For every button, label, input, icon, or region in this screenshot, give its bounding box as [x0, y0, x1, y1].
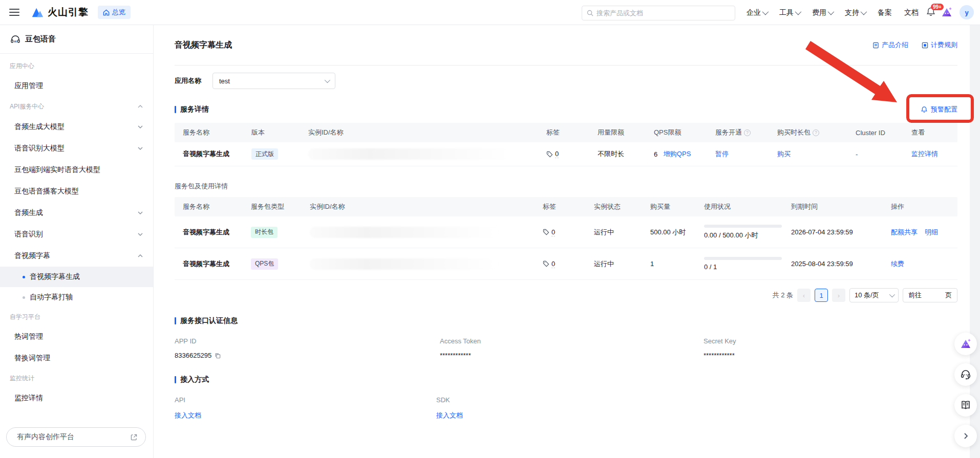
overview-label: 总览 — [112, 8, 125, 17]
nav-tools[interactable]: 工具 — [779, 8, 800, 17]
user-avatar[interactable]: y — [960, 5, 974, 19]
collapse-panel-button[interactable] — [954, 425, 977, 447]
sidebar-section-self-learning: 自学习平台 — [0, 308, 153, 326]
sidebar-item-av-subtitle[interactable]: 音视频字幕 — [0, 245, 153, 267]
overview-button[interactable]: 总览 — [98, 6, 131, 19]
chevron-down-icon — [325, 77, 330, 83]
home-icon — [103, 9, 110, 16]
nav-support[interactable]: 支持 — [845, 8, 865, 17]
monitor-detail-link[interactable]: 监控详情 — [911, 149, 938, 159]
volcengine-mountain-icon — [31, 6, 44, 19]
notification-bell-icon[interactable]: 99+ — [926, 7, 936, 17]
nav-billing[interactable]: 费用 — [812, 8, 833, 17]
detail-link[interactable]: 明细 — [925, 228, 938, 237]
redacted-instance-id — [310, 227, 499, 238]
ai-assistant-float-button[interactable] — [954, 333, 977, 355]
sidebar-item-replace-word[interactable]: 替换词管理 — [0, 347, 153, 369]
sidebar-item-av-subtitle-gen[interactable]: 音视频字幕生成 — [0, 267, 153, 287]
customer-support-button[interactable] — [954, 363, 977, 386]
alert-config-button[interactable]: 预警配置 — [921, 105, 957, 114]
handbook-button[interactable] — [954, 394, 977, 417]
sidebar-item-monitor-detail[interactable]: 监控详情 — [0, 387, 153, 409]
ai-assistant-icon[interactable] — [940, 6, 953, 19]
top-nav: 企业 工具 费用 支持 备案 文档 — [747, 0, 919, 25]
app-id-label: APP ID — [175, 337, 440, 345]
product-intro-link[interactable]: 产品介绍 — [872, 40, 908, 50]
sidebar-product-title[interactable]: AI 豆包语音 — [0, 25, 153, 54]
quota-share-link[interactable]: 配额共享 — [891, 228, 918, 237]
sidebar-item-audio-gen-lm[interactable]: 音频生成大模型 — [0, 116, 153, 138]
buy-link[interactable]: 购买 — [777, 149, 791, 159]
nav-docs[interactable]: 文档 — [904, 8, 919, 17]
table-header-row: 服务名称 版本 实例ID/名称 标签 用量限额 QPS限额 服务开通? 购买时长… — [175, 123, 957, 142]
app-name-select[interactable]: test — [212, 73, 335, 89]
section-bar — [175, 317, 176, 324]
tag-count[interactable]: 0 — [551, 228, 555, 236]
billing-rules-link[interactable]: 计费规则 — [922, 40, 957, 50]
topbar: 火山引擎 总览 企业 工具 费用 支持 备案 文档 99+ y — [0, 0, 980, 25]
pause-link[interactable]: 暂停 — [715, 149, 729, 159]
tag-count[interactable]: 0 — [551, 260, 555, 268]
sidebar-section-api-center[interactable]: API服务中心 — [0, 97, 153, 116]
page-size-select[interactable]: 10 条/页 — [849, 288, 899, 302]
renew-link[interactable]: 续费 — [891, 259, 904, 269]
sidebar-item-asr-lm[interactable]: 语音识别大模型 — [0, 138, 153, 159]
tag-icon — [543, 260, 549, 267]
prev-page-button[interactable]: ‹ — [797, 289, 811, 302]
table-header-row: 服务名称 服务包类型 实例ID/名称 标签 实例状态 购买量 使用状况 到期时间… — [175, 197, 957, 216]
pagination: 共 2 条 ‹ 1 › 10 条/页 前往 页 — [175, 288, 957, 302]
section-bar — [175, 376, 176, 383]
logo-text: 火山引擎 — [48, 6, 89, 19]
nav-icp[interactable]: 备案 — [878, 8, 892, 17]
tag-count[interactable]: 0 — [555, 150, 559, 158]
qps-upgrade-link[interactable]: 增购QPS — [664, 149, 691, 159]
copy-icon[interactable] — [215, 353, 221, 359]
sidebar-item-audio-gen[interactable]: 音频生成 — [0, 202, 153, 224]
billing-icon — [922, 42, 928, 49]
package-type-badge: QPS包 — [251, 258, 278, 270]
hamburger-menu-icon[interactable] — [9, 9, 19, 16]
api-doc-link[interactable]: 接入文档 — [175, 411, 436, 420]
total-count: 共 2 条 — [773, 291, 793, 300]
search-input[interactable] — [596, 9, 730, 17]
sidebar-item-podcast-lm[interactable]: 豆包语音播客大模型 — [0, 181, 153, 202]
sidebar-item-asr[interactable]: 语音识别 — [0, 224, 153, 245]
app-name-label: 应用名称 — [175, 76, 201, 85]
help-icon[interactable]: ? — [813, 129, 819, 136]
next-page-button[interactable]: › — [832, 289, 845, 302]
sidebar: AI 豆包语音 应用中心 应用管理 API服务中心 音频生成大模型 语音识别大模… — [0, 25, 154, 458]
package-table: 服务名称 服务包类型 实例ID/名称 标签 实例状态 购买量 使用状况 到期时间… — [175, 197, 957, 280]
table-row: 音视频字幕生成 正式版 0 不限时长 6 增购QPS 暂停 购买 - 监控详情 — [175, 142, 957, 166]
sdk-doc-link[interactable]: 接入文档 — [436, 411, 957, 420]
auth-section-title: 服务接口认证信息 — [175, 316, 238, 325]
app-id-value: 8336625295 — [175, 352, 211, 359]
external-link-icon — [131, 434, 137, 441]
sidebar-item-auto-subtitle-align[interactable]: 自动字幕打轴 — [0, 287, 153, 308]
access-section-title: 接入方式 — [175, 375, 209, 384]
chevron-down-icon — [889, 292, 895, 297]
sidebar-item-e2e-realtime[interactable]: 豆包端到端实时语音大模型 — [0, 159, 153, 181]
page-title: 音视频字幕生成 — [175, 40, 232, 51]
volcengine-logo[interactable]: 火山引擎 — [31, 6, 89, 19]
sidebar-section-app-center: 应用中心 — [0, 57, 153, 75]
version-badge: 正式版 — [251, 148, 278, 160]
current-page-button[interactable]: 1 — [815, 289, 828, 302]
service-detail-table: 服务名称 版本 实例ID/名称 标签 用量限额 QPS限额 服务开通? 购买时长… — [175, 123, 957, 166]
sidebar-menu: 应用中心 应用管理 API服务中心 音频生成大模型 语音识别大模型 豆包端到端实… — [0, 54, 153, 409]
goto-page-input[interactable] — [925, 292, 942, 299]
global-search[interactable] — [582, 6, 735, 20]
sidebar-item-hotword[interactable]: 热词管理 — [0, 326, 153, 347]
usage-text: 0.00 / 500.00 小时 — [704, 231, 782, 240]
sidebar-section-monitor: 监控统计 — [0, 369, 153, 387]
search-icon — [587, 10, 593, 16]
chevron-down-icon — [138, 125, 143, 128]
tag-icon — [546, 151, 553, 158]
usage-text: 0 / 1 — [704, 263, 782, 271]
service-detail-section-title: 服务详情 — [175, 105, 209, 114]
help-icon[interactable]: ? — [744, 129, 751, 136]
chevron-down-icon — [138, 147, 143, 150]
usage-progress-bar — [704, 257, 782, 260]
audio-creation-platform-button[interactable]: 有声内容创作平台 — [6, 427, 146, 447]
nav-enterprise[interactable]: 企业 — [747, 8, 767, 17]
sidebar-item-app-mgmt[interactable]: 应用管理 — [0, 75, 153, 97]
